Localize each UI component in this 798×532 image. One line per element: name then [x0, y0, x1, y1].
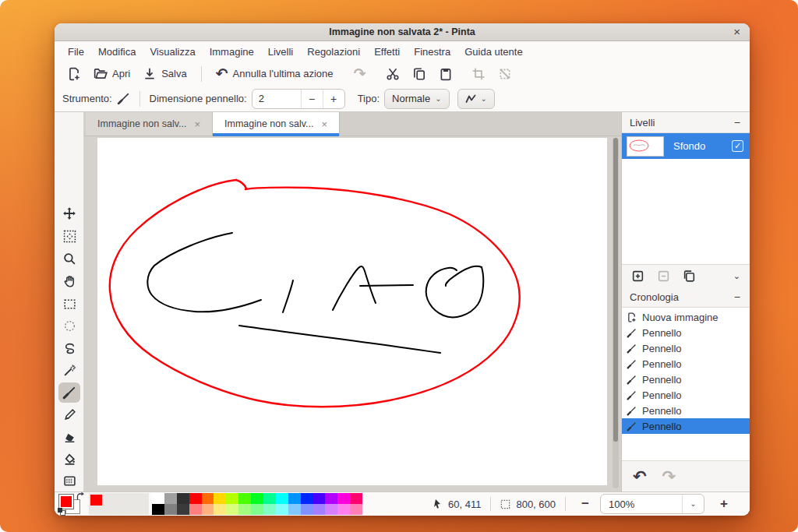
history-undo-button[interactable]: ↶	[633, 470, 647, 483]
palette-color-swatch[interactable]	[164, 504, 177, 515]
palette-color-swatch[interactable]	[288, 493, 301, 504]
history-item[interactable]: Pennello	[622, 403, 750, 418]
palette-color-swatch[interactable]	[226, 493, 238, 504]
palette-color-swatch[interactable]	[276, 493, 288, 504]
history-item[interactable]: Pennello	[622, 356, 750, 372]
palette-color-swatch[interactable]	[226, 504, 238, 515]
history-item[interactable]: Pennello	[622, 340, 750, 356]
tab-close-icon[interactable]: ×	[194, 118, 200, 130]
layers-more-dropdown[interactable]: ⌄	[733, 271, 740, 281]
rectangle-select-tool[interactable]	[58, 294, 80, 314]
paint-bucket-tool[interactable]	[58, 449, 80, 469]
chevron-down-icon[interactable]: ⌄	[682, 495, 704, 513]
palette-color-swatch[interactable]	[337, 504, 350, 515]
history-item[interactable]: Pennello	[622, 372, 750, 387]
palette-color-swatch[interactable]	[276, 504, 288, 515]
palette-color-swatch[interactable]	[238, 493, 251, 504]
palette-color-swatch[interactable]	[189, 493, 202, 504]
document-tab[interactable]: Immagine non salv... ×	[86, 112, 213, 136]
palette-color-swatch[interactable]	[152, 504, 164, 515]
swap-colors-icon[interactable]	[76, 492, 85, 502]
title-bar[interactable]: Immagine non salvata 2* - Pinta ×	[55, 23, 750, 41]
palette-color-swatch[interactable]	[214, 493, 226, 504]
palette-color-swatch[interactable]	[152, 493, 164, 504]
palette-color-swatch[interactable]	[350, 504, 362, 515]
zoom-tool[interactable]	[58, 248, 80, 269]
menu-item[interactable]: Finestra	[407, 44, 457, 60]
history-item[interactable]: Pennello	[622, 418, 750, 434]
zoom-out-button[interactable]: −	[575, 496, 595, 512]
zoom-level-value[interactable]: 100%	[601, 499, 682, 510]
document-tab[interactable]: Immagine non salv... ×	[213, 112, 340, 136]
palette-color-swatch[interactable]	[189, 504, 202, 515]
menu-item[interactable]: Guida utente	[457, 44, 529, 60]
history-redo-button[interactable]: ↷	[662, 470, 676, 483]
eraser-tool[interactable]	[58, 427, 80, 447]
history-panel-collapse-button[interactable]: −	[734, 291, 740, 303]
new-image-button[interactable]	[62, 65, 86, 83]
brush-size-value[interactable]: 2	[252, 93, 301, 104]
palette-color-swatch[interactable]	[177, 493, 189, 504]
palette-color-swatch[interactable]	[337, 493, 350, 504]
menu-item[interactable]: Regolazioni	[300, 44, 367, 60]
tab-close-icon[interactable]: ×	[321, 118, 327, 130]
primary-color-swatch[interactable]	[58, 494, 74, 509]
menu-item[interactable]: File	[61, 44, 91, 60]
cut-button[interactable]	[381, 65, 404, 83]
palette-color-swatch[interactable]	[301, 504, 313, 515]
layers-panel-collapse-button[interactable]: −	[734, 116, 740, 129]
history-item[interactable]: Pennello	[622, 387, 750, 403]
pan-tool[interactable]	[58, 271, 80, 291]
menu-item[interactable]: Effetti	[367, 44, 407, 60]
crop-button[interactable]	[467, 65, 490, 83]
undo-button[interactable]: ↶ Annulla l'ultima azione	[211, 65, 338, 83]
move-selected-pixels-tool[interactable]	[58, 226, 80, 246]
move-selection-tool[interactable]	[58, 203, 80, 224]
zoom-in-button[interactable]: +	[714, 496, 734, 512]
drawing-canvas[interactable]	[97, 138, 607, 485]
palette-color-swatch[interactable]	[238, 504, 251, 515]
save-button[interactable]: Salva	[138, 65, 192, 83]
reset-colors-icon[interactable]	[58, 508, 65, 516]
palette-color-swatch[interactable]	[288, 504, 301, 515]
deselect-button[interactable]	[493, 65, 517, 83]
magic-wand-tool[interactable]	[58, 360, 80, 380]
paintbrush-tool[interactable]	[58, 382, 80, 403]
brush-size-increase-button[interactable]: +	[323, 90, 344, 108]
add-layer-button[interactable]	[631, 270, 644, 283]
history-item[interactable]: Pennello	[622, 325, 750, 340]
palette-color-swatch[interactable]	[202, 504, 214, 515]
layer-row[interactable]: Sfondo ✓	[622, 133, 750, 159]
lasso-select-tool[interactable]	[58, 338, 80, 358]
zoom-level-combobox[interactable]: 100% ⌄	[600, 494, 704, 514]
palette-color-swatch[interactable]	[164, 493, 177, 504]
palette-color-swatch[interactable]	[312, 504, 325, 515]
menu-item[interactable]: Livelli	[261, 44, 301, 60]
history-item[interactable]: Nuova immagine	[622, 309, 750, 325]
remove-layer-button[interactable]	[657, 270, 670, 283]
layer-visibility-checkbox[interactable]: ✓	[732, 140, 743, 152]
duplicate-layer-button[interactable]	[683, 270, 696, 283]
palette-color-swatch[interactable]	[251, 493, 263, 504]
palette-color-swatch[interactable]	[214, 504, 226, 515]
ellipse-select-tool[interactable]	[58, 315, 80, 336]
palette-color-swatch[interactable]	[263, 504, 276, 515]
blend-mode-dropdown[interactable]: Normale ⌄	[384, 89, 450, 109]
menu-item[interactable]: Visualizza	[143, 44, 202, 60]
brush-size-decrease-button[interactable]: −	[301, 90, 323, 108]
redo-button[interactable]: ↷	[349, 65, 371, 83]
palette-color-swatch[interactable]	[263, 493, 276, 504]
open-button[interactable]: Apri	[89, 65, 135, 83]
palette-color-swatch[interactable]	[301, 493, 313, 504]
canvas-vertical-scrollbar[interactable]	[613, 138, 619, 488]
scrollbar-thumb[interactable]	[613, 138, 618, 442]
palette-color-swatch[interactable]	[202, 493, 214, 504]
copy-button[interactable]	[408, 65, 431, 83]
gradient-tool[interactable]	[58, 470, 80, 491]
palette-color-swatch[interactable]	[350, 493, 362, 504]
palette-color-swatch[interactable]	[312, 493, 325, 504]
menu-item[interactable]: Immagine	[203, 44, 261, 60]
paste-button[interactable]	[434, 65, 457, 83]
palette-color-swatch[interactable]	[325, 504, 337, 515]
palette-color-swatch[interactable]	[325, 493, 337, 504]
